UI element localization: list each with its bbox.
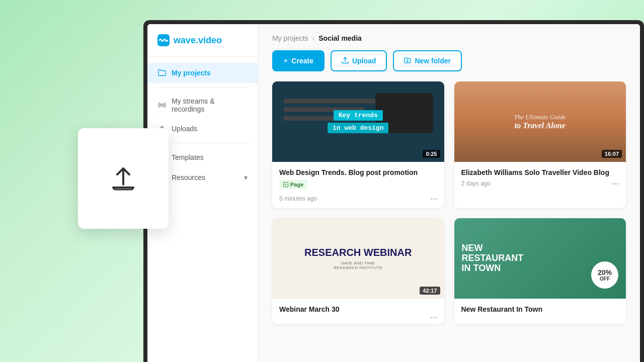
card-web-design[interactable]: Key trends in web design 0:25 Web Design… bbox=[272, 81, 444, 208]
webinar-content: RESEARCH WEBINAR DATE AND TIMERESEARCH I… bbox=[304, 247, 412, 270]
laptop-frame: wave.video My projects bbox=[143, 20, 644, 362]
card-meta-webinar bbox=[279, 317, 437, 318]
card-webinar[interactable]: RESEARCH WEBINAR DATE AND TIMERESEARCH I… bbox=[272, 218, 444, 324]
discount-off: OFF bbox=[600, 276, 610, 282]
card-thumbnail-travel: The Ultimate Guide to Travel Alone 16:07 bbox=[454, 81, 626, 162]
card-tag-label-webdesign: Page bbox=[290, 182, 303, 188]
dot2 bbox=[433, 198, 435, 200]
dot3 bbox=[436, 317, 437, 318]
card-thumbnail-webinar: RESEARCH WEBINAR DATE AND TIMERESEARCH I… bbox=[272, 218, 444, 299]
dot2 bbox=[615, 183, 616, 185]
create-label: Create bbox=[291, 57, 313, 65]
card-travel-blog[interactable]: The Ultimate Guide to Travel Alone 16:07… bbox=[454, 81, 626, 208]
sidebar-item-uploads-label: Uploads bbox=[172, 125, 197, 133]
travel-line2: to Travel Alone bbox=[514, 121, 566, 130]
card-info-restaurant: New Restaurant In Town bbox=[454, 299, 626, 323]
card-restaurant[interactable]: NEWRESTAURANTIN TOWN 20% OFF New Restaur… bbox=[454, 218, 626, 324]
upload-overlay bbox=[78, 128, 169, 229]
breadcrumb-current: Social media bbox=[318, 34, 362, 42]
card-title-webdesign: Web Design Trends. Blog post promotion bbox=[279, 168, 437, 177]
webinar-title: RESEARCH WEBINAR bbox=[304, 247, 412, 258]
dot3 bbox=[617, 183, 619, 185]
breadcrumb-parent[interactable]: My projects bbox=[272, 34, 308, 42]
camera-notch bbox=[374, 20, 414, 24]
card-more-travel[interactable] bbox=[612, 183, 619, 185]
travel-line1: The Ultimate Guide bbox=[514, 113, 566, 121]
svg-point-1 bbox=[161, 104, 163, 106]
upload-arrow-icon bbox=[106, 161, 141, 196]
dot2 bbox=[433, 317, 435, 318]
sidebar-item-my-projects[interactable]: My projects bbox=[147, 63, 258, 83]
breadcrumb-separator: › bbox=[312, 34, 315, 42]
card-title-restaurant: New Restaurant In Town bbox=[461, 305, 619, 314]
sidebar-item-templates-label: Templates bbox=[172, 153, 204, 161]
card-info-webdesign: Web Design Trends. Blog post promotion P… bbox=[272, 162, 444, 208]
duration-badge-webdesign: 0:25 bbox=[423, 150, 440, 158]
breadcrumb: My projects › Social media bbox=[272, 34, 626, 42]
main-content: My projects › Social media + Create bbox=[258, 24, 640, 362]
badge-line2: in web design bbox=[328, 123, 388, 133]
card-more-webdesign[interactable] bbox=[431, 198, 437, 200]
broadcast-icon bbox=[157, 101, 167, 110]
folder-icon bbox=[157, 68, 167, 77]
card-more-webinar[interactable] bbox=[431, 317, 437, 318]
logo-text: wave.video bbox=[174, 35, 222, 46]
key-trends-badge: Key trends in web design bbox=[328, 110, 388, 133]
discount-badge: 20% OFF bbox=[591, 261, 618, 289]
new-folder-icon bbox=[404, 57, 411, 65]
nav-divider-2 bbox=[155, 143, 250, 143]
card-title-webinar: Webinar March 30 bbox=[279, 305, 437, 314]
travel-text: The Ultimate Guide to Travel Alone bbox=[514, 113, 566, 130]
new-folder-button[interactable]: New folder bbox=[393, 50, 462, 71]
dot3 bbox=[436, 198, 437, 200]
main-header: My projects › Social media + Create bbox=[258, 24, 640, 81]
card-time-travel: 2 days ago bbox=[461, 180, 491, 187]
card-thumbnail-webdesign: Key trends in web design 0:25 bbox=[272, 81, 444, 162]
card-tag-webdesign: Page bbox=[279, 180, 307, 189]
toolbar: + Create Upload bbox=[272, 50, 626, 71]
card-meta-travel: 2 days ago bbox=[461, 180, 619, 187]
dot1 bbox=[431, 317, 432, 318]
dot1 bbox=[431, 198, 432, 200]
sidebar-item-my-streams-label: My streams & recordings bbox=[172, 97, 248, 113]
card-info-webinar: Webinar March 30 bbox=[272, 299, 444, 324]
upload-icon bbox=[342, 57, 349, 65]
logo-area: wave.video bbox=[147, 24, 258, 57]
webinar-subtitle: DATE AND TIMERESEARCH INSTITUTE bbox=[304, 261, 412, 270]
sidebar-item-resources-label: Resources bbox=[172, 173, 205, 182]
card-thumbnail-restaurant: NEWRESTAURANTIN TOWN 20% OFF bbox=[454, 218, 626, 299]
card-time-webdesign: 5 minutes ago bbox=[279, 195, 317, 202]
new-folder-label: New folder bbox=[415, 57, 451, 65]
laptop-screen: wave.video My projects bbox=[147, 24, 640, 362]
resources-chevron-icon: ▾ bbox=[244, 173, 248, 182]
discount-percent: 20% bbox=[598, 269, 612, 276]
sidebar-item-my-projects-label: My projects bbox=[172, 69, 211, 77]
nav-divider-1 bbox=[155, 87, 250, 87]
wave-logo-icon bbox=[157, 34, 170, 46]
duration-badge-travel: 16:07 bbox=[602, 150, 622, 158]
dot1 bbox=[612, 183, 614, 185]
card-title-travel: Elizabeth Williams Solo Traveller Video … bbox=[461, 168, 619, 177]
create-plus-icon: + bbox=[283, 56, 288, 65]
upload-label: Upload bbox=[352, 57, 376, 65]
duration-badge-webinar: 42:17 bbox=[420, 287, 440, 295]
sidebar-item-my-streams[interactable]: My streams & recordings bbox=[147, 92, 258, 119]
create-button[interactable]: + Create bbox=[272, 50, 325, 71]
badge-line1: Key trends bbox=[334, 110, 383, 121]
card-meta-webdesign: 5 minutes ago bbox=[279, 195, 437, 202]
upload-button[interactable]: Upload bbox=[331, 50, 387, 71]
logo-wave-part: wave.video bbox=[174, 35, 222, 45]
project-grid: Key trends in web design 0:25 Web Design… bbox=[258, 81, 640, 362]
card-info-travel: Elizabeth Williams Solo Traveller Video … bbox=[454, 162, 626, 193]
